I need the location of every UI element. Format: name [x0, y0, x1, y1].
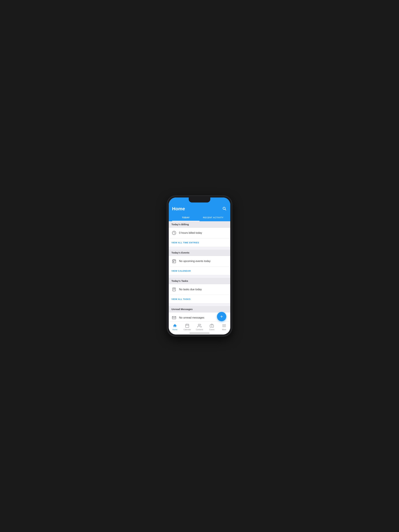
- nav-label-more: More: [222, 329, 226, 330]
- gap-3: [169, 304, 230, 306]
- checklist-icon: [171, 287, 177, 292]
- nav-cases-icon: [210, 323, 214, 328]
- billing-row: 0 hours billed today: [169, 228, 230, 238]
- view-tasks-row[interactable]: VIEW ALL TASKS: [169, 295, 230, 304]
- events-row: No upcoming events today: [169, 256, 230, 267]
- calendar-icon: [171, 259, 177, 264]
- nav-label-calendar: Calendar: [184, 329, 191, 330]
- gap-1: [169, 247, 230, 250]
- phone-frame: Home TODAY RECENT ACTIVITY: [167, 196, 232, 336]
- events-info-text: No upcoming events today: [179, 260, 210, 263]
- home-indicator: [190, 333, 209, 334]
- svg-rect-3: [172, 260, 176, 263]
- svg-line-1: [225, 209, 226, 210]
- billing-info-text: 0 hours billed today: [179, 231, 202, 234]
- tasks-section-header: Today's Tasks: [169, 278, 230, 284]
- messages-section-header: Unread Messages: [169, 306, 230, 312]
- nav-label-cases: Cases: [209, 329, 214, 330]
- view-time-entries-row[interactable]: VIEW ALL TIME ENTRIES: [169, 238, 230, 247]
- mail-icon: [171, 315, 177, 320]
- svg-rect-7: [173, 261, 174, 262]
- page-title: Home: [172, 206, 185, 211]
- svg-rect-11: [185, 324, 189, 328]
- nav-item-cases[interactable]: Cases: [206, 323, 218, 331]
- tab-bar: TODAY RECENT ACTIVITY: [172, 214, 227, 221]
- fab-icon: +: [220, 314, 223, 319]
- view-calendar-link[interactable]: VIEW CALENDAR: [171, 270, 191, 272]
- view-tasks-link[interactable]: VIEW ALL TASKS: [171, 298, 190, 300]
- nav-item-home[interactable]: Home: [169, 323, 181, 331]
- nav-item-calendar[interactable]: Calendar: [181, 323, 193, 331]
- search-icon: [222, 207, 226, 210]
- nav-calendar-icon: [185, 323, 189, 328]
- search-button[interactable]: [222, 206, 227, 212]
- view-time-entries-link[interactable]: VIEW ALL TIME ENTRIES: [171, 241, 199, 244]
- phone-screen: Home TODAY RECENT ACTIVITY: [169, 197, 230, 335]
- fab-button[interactable]: +: [217, 312, 226, 321]
- tasks-row: No tasks due today: [169, 284, 230, 295]
- gap-2: [169, 275, 230, 278]
- nav-item-more[interactable]: More: [218, 323, 230, 331]
- home-icon: [173, 323, 177, 328]
- nav-label-home: Home: [172, 329, 177, 330]
- billing-section-header: Today's Billing: [169, 221, 230, 228]
- nav-contacts-icon: [197, 323, 202, 328]
- svg-point-15: [198, 324, 200, 325]
- clock-icon: [171, 230, 177, 236]
- billing-section: Today's Billing 0 hours billed today VIE…: [169, 221, 230, 247]
- nav-label-contacts: Contacts: [196, 329, 203, 330]
- tasks-info-text: No tasks due today: [179, 288, 202, 291]
- events-section-header: Today's Events: [169, 250, 230, 256]
- messages-info-text: No unread messages: [179, 316, 204, 319]
- nav-more-icon: [222, 323, 226, 328]
- nav-item-contacts[interactable]: Contacts: [193, 323, 206, 331]
- notch: [189, 197, 210, 203]
- main-content: Today's Billing 0 hours billed today VIE…: [169, 221, 230, 321]
- events-section: Today's Events No upcoming events today: [169, 250, 230, 275]
- tasks-section: Today's Tasks No tasks due today VIEW AL…: [169, 278, 230, 304]
- view-calendar-row[interactable]: VIEW CALENDAR: [169, 267, 230, 275]
- tab-recent-activity[interactable]: RECENT ACTIVITY: [200, 214, 227, 221]
- tab-today[interactable]: TODAY: [172, 214, 200, 221]
